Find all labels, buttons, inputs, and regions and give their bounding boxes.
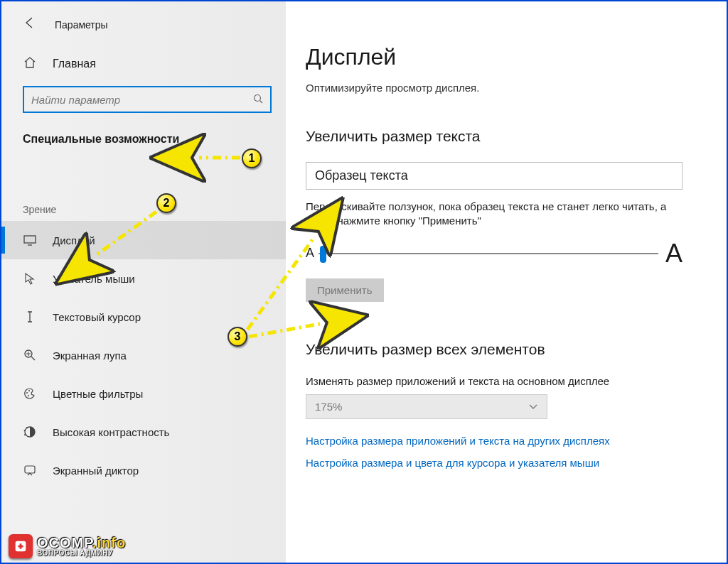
text-size-slider-row: A A — [306, 239, 682, 269]
sidebar-item-6[interactable]: Экранный диктор — [1, 451, 286, 489]
svg-rect-2 — [24, 236, 36, 243]
home-label: Главная — [53, 58, 96, 70]
home-icon — [23, 55, 38, 72]
text-size-heading: Увеличить размер текста — [306, 128, 711, 145]
slider-description: Перетаскивайте ползунок, пока образец те… — [306, 200, 682, 229]
search-icon — [253, 94, 263, 106]
svg-point-11 — [28, 395, 29, 396]
magnifier-icon — [23, 348, 38, 362]
svg-point-0 — [255, 94, 261, 101]
group-label: Зрение — [23, 204, 286, 215]
text-cursor-icon — [23, 310, 38, 324]
a-big-icon: A — [665, 239, 682, 269]
svg-line-1 — [260, 100, 263, 103]
annotation-marker-2: 2 — [156, 193, 176, 213]
link-other-displays[interactable]: Настройка размера приложений и текста на… — [306, 435, 711, 447]
topbar: Параметры — [1, 1, 286, 37]
text-size-slider[interactable] — [318, 253, 658, 254]
sidebar: Параметры Главная Специальные возможност… — [1, 1, 286, 563]
sidebar-item-label: Экранная лупа — [53, 349, 127, 362]
sidebar-item-0[interactable]: Дисплей — [1, 221, 286, 259]
svg-point-14 — [24, 430, 26, 431]
svg-rect-16 — [25, 466, 35, 473]
settings-title: Параметры — [55, 19, 108, 31]
a-small-icon: A — [306, 246, 314, 261]
sidebar-item-5[interactable]: Высокая контрастность — [1, 413, 286, 451]
monitor-icon — [23, 233, 38, 247]
svg-point-9 — [26, 392, 28, 394]
svg-point-13 — [26, 427, 28, 428]
slider-thumb[interactable] — [320, 246, 326, 263]
annotation-marker-3: 3 — [228, 327, 247, 347]
apply-button[interactable]: Применить — [306, 278, 384, 302]
sidebar-item-label: Текстовый курсор — [53, 311, 141, 323]
page-subtitle: Оптимизируйте просмотр дисплея. — [306, 82, 711, 94]
sidebar-item-label: Экранный диктор — [53, 465, 139, 477]
annotation-marker-1: 1 — [242, 148, 262, 168]
sidebar-item-label: Дисплей — [53, 234, 95, 246]
category-title: Специальные возможности — [23, 133, 286, 146]
watermark: OCOMP.info ВОПРОСЫ АДМИНУ — [9, 534, 126, 558]
sidebar-item-label: Цветные фильтры — [53, 388, 143, 400]
palette-icon — [23, 386, 38, 401]
scale-label: Изменять размер приложений и текста на о… — [306, 375, 711, 387]
page-title: Дисплей — [306, 44, 711, 70]
back-button[interactable] — [23, 16, 37, 33]
sidebar-item-1[interactable]: Указатель мыши — [1, 259, 286, 298]
pointer-icon — [23, 271, 38, 286]
main-panel: Дисплей Оптимизируйте просмотр дисплея. … — [286, 1, 727, 563]
home-nav[interactable]: Главная — [1, 55, 286, 72]
svg-point-10 — [28, 390, 30, 391]
search-input[interactable] — [31, 94, 253, 106]
scale-dropdown[interactable]: 175% — [306, 394, 547, 419]
link-cursor-settings[interactable]: Настройка размера и цвета для курсора и … — [306, 457, 711, 469]
search-box[interactable] — [23, 86, 272, 113]
settings-window: Параметры Главная Специальные возможност… — [1, 1, 727, 563]
nav-list: ДисплейУказатель мышиТекстовый курсорЭкр… — [1, 221, 286, 489]
narrator-icon — [23, 463, 38, 477]
sample-text-box: Образец текста — [306, 162, 682, 190]
sidebar-item-label: Указатель мыши — [53, 273, 135, 285]
contrast-icon — [23, 425, 38, 439]
watermark-badge-icon — [9, 534, 33, 558]
sidebar-item-4[interactable]: Цветные фильтры — [1, 374, 286, 413]
chevron-down-icon — [528, 401, 538, 413]
scale-heading: Увеличить размер всех элементов — [306, 341, 711, 358]
watermark-text: OCOMP.info ВОПРОСЫ АДМИНУ — [37, 536, 126, 557]
scale-value: 175% — [315, 401, 342, 413]
svg-line-6 — [31, 357, 35, 360]
svg-point-15 — [24, 434, 26, 435]
sidebar-item-label: Высокая контрастность — [53, 426, 169, 438]
